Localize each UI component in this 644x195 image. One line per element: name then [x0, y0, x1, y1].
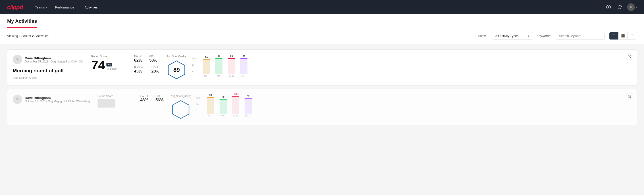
user-name: Dave Billingham: [25, 56, 83, 60]
svg-rect-5: [612, 36, 616, 36]
svg-point-17: [16, 58, 18, 60]
bar-outer-ott: [207, 97, 214, 114]
activities-list: Dave Billingham December 05, 2021 - Gog …: [0, 44, 644, 130]
data-source: Data Source: Arccos: [13, 76, 84, 80]
list-view-button[interactable]: [628, 32, 637, 40]
user-meta: December 05, 2021 - Gog Magog Golf Club …: [25, 60, 83, 63]
stat-row-top: FW Hit 62% GIR 50%: [134, 55, 159, 63]
bar-label-arg: ARG: [229, 75, 234, 77]
nav-links: Teams ▾ Performance ▾ Activities: [32, 4, 596, 11]
avg-shot-quality-label: Avg Shot Quality: [167, 55, 186, 58]
activity-type-select[interactable]: All Activity Types Rounds Practice: [492, 32, 532, 40]
keywords-label: Keywords:: [537, 34, 551, 38]
gir-label: GIR: [156, 94, 164, 97]
show-label: Show:: [478, 34, 487, 38]
svg-rect-13: [630, 36, 631, 36]
gir-stat: GIR 56%: [156, 94, 164, 102]
user-row: Dave Billingham December 05, 2021 - Gog …: [13, 55, 84, 64]
hexagon-wrap: Avg Shot Quality: [171, 94, 191, 120]
avg-shot-quality-label: Avg Shot Quality: [171, 94, 190, 98]
nav-item-performance[interactable]: Performance ▾: [52, 4, 80, 11]
svg-rect-16: [632, 37, 634, 37]
bar-group-arg: 106 ARG: [232, 92, 239, 117]
svg-rect-4: [612, 34, 616, 35]
grid-view-button[interactable]: [618, 32, 628, 40]
svg-marker-20: [172, 100, 189, 118]
activity-type-select-wrap: All Activity Types Rounds Practice: [492, 32, 532, 40]
bar-fill-ott: [203, 59, 210, 74]
y-label-50: 50: [192, 64, 200, 66]
bars-container: 85 OTT 90 APP: [201, 57, 631, 78]
search-input[interactable]: [556, 32, 605, 40]
performance-chevron-icon: ▾: [76, 6, 76, 8]
viewing-text: Viewing 12 out of 29 Activities: [7, 34, 474, 38]
user-avatar-button[interactable]: ▾: [627, 3, 637, 11]
bar-top-arg: [228, 58, 235, 59]
nav-right: ▾: [605, 3, 637, 11]
bar-outer-arg: [232, 96, 239, 114]
svg-point-3: [630, 6, 632, 7]
bar-group-putt: 87 PUTT: [244, 95, 252, 117]
bar-top-putt: [240, 58, 248, 59]
add-activity-button[interactable]: [605, 4, 612, 11]
hexagon-score: 89: [174, 66, 180, 74]
avatar: [13, 55, 22, 64]
filter-bar: Viewing 12 out of 29 Activities Show: Al…: [0, 28, 644, 44]
score-number: 74: [91, 59, 105, 72]
user-info: Dave Billingham December 05, 2021 - Gog …: [25, 56, 83, 63]
svg-rect-10: [623, 36, 624, 38]
hexagon: 89: [166, 60, 186, 80]
avatar: [627, 3, 635, 11]
bar-value-ott: 85: [205, 56, 208, 58]
list-compact-view-button[interactable]: [610, 32, 618, 40]
bar-value-putt: 89: [242, 55, 245, 58]
bar-outer-putt: [244, 98, 252, 114]
page-title-wrap: My Activities: [7, 14, 37, 28]
bar-value-ott: 94: [209, 94, 212, 96]
card-left: Dave Billingham December 05, 2021 - Gog …: [13, 55, 84, 80]
edit-button[interactable]: [626, 53, 633, 60]
one-putt-stat: 1 Putt 28%: [151, 66, 159, 74]
bar-fill-arg: [232, 96, 239, 114]
bar-chart: 100 50 0 85 OTT: [192, 57, 631, 78]
view-buttons: [609, 32, 637, 40]
bar-outer-putt: [240, 58, 248, 74]
edit-button[interactable]: [626, 93, 633, 100]
updown-value: 43%: [134, 69, 144, 74]
holes-label: 18 Holes: [106, 68, 117, 70]
nav-item-teams[interactable]: Teams ▾: [32, 4, 50, 11]
refresh-button[interactable]: [616, 4, 623, 11]
stats-section: FW Hit 43% GIR 56%: [140, 94, 164, 102]
bar-outer-ott: [203, 59, 210, 74]
bar-chart: 100 50 0 94 OTT: [196, 97, 631, 117]
gir-stat: GIR 50%: [149, 55, 157, 63]
score-badge: +4: [106, 63, 112, 66]
y-label-0: 0: [196, 109, 204, 112]
bar-fill-putt: [240, 58, 248, 74]
bar-fill-putt: [244, 98, 252, 114]
fw-hit-value: 43%: [140, 98, 148, 102]
bar-top-app: [215, 58, 222, 59]
bar-label-ott: OTT: [204, 75, 209, 77]
shot-quality-section: Avg Shot Quality 100 50 0 94: [171, 94, 631, 120]
bar-label-app: APP: [217, 75, 221, 77]
card-left: Dave Billingham October 16, 2021 - Gog M…: [13, 94, 90, 104]
score-badge-wrap: +4 18 Holes: [106, 63, 117, 70]
hexagon: [171, 100, 191, 120]
gir-value: 50%: [149, 58, 157, 63]
y-label-100: 100: [192, 57, 200, 60]
fw-hit-label: FW Hit: [134, 55, 142, 58]
bar-label-ott: OTT: [208, 114, 213, 117]
nav-item-activities[interactable]: Activities: [82, 4, 101, 11]
bar-group-putt: 89 PUTT: [240, 55, 248, 77]
y-label-0: 0: [192, 70, 200, 72]
bar-value-putt: 87: [247, 95, 250, 98]
avatar: [13, 94, 22, 104]
bar-fill-ott: [207, 97, 214, 114]
one-putt-label: 1 Putt: [151, 66, 159, 68]
updown-label: Up/Down: [134, 66, 144, 68]
activity-title: Morning round of golf: [13, 68, 84, 74]
gir-value: 56%: [156, 98, 164, 102]
bar-label-arg: ARG: [233, 114, 238, 117]
bar-outer-app: [220, 99, 227, 114]
